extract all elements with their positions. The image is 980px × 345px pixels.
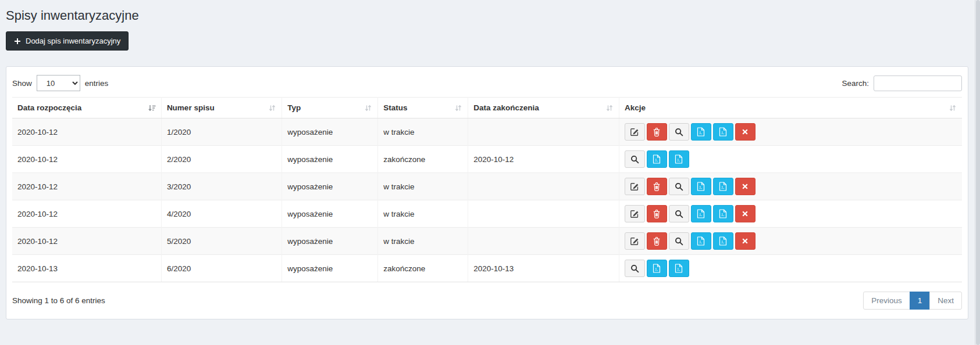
pdf-export-alt-button[interactable]: [713, 205, 733, 222]
pdf-export-alt-button[interactable]: [669, 150, 689, 168]
page-length-select[interactable]: 10: [37, 75, 80, 91]
delete-button[interactable]: [647, 232, 667, 250]
pdf-file-icon: [697, 209, 705, 218]
pdf-export-button[interactable]: [691, 232, 711, 250]
search-icon: [675, 237, 683, 246]
search-icon: [675, 128, 683, 136]
column-header-label: Numer spisu: [167, 103, 215, 112]
pdf-export-alt-button[interactable]: [713, 178, 733, 195]
page-length-control: Show 10 entries: [12, 75, 108, 91]
cancel-button[interactable]: [735, 205, 756, 222]
end-date-cell: 2020-10-13: [468, 255, 619, 282]
preview-button[interactable]: [669, 123, 689, 141]
cancel-button[interactable]: [735, 123, 756, 141]
entries-info: Showing 1 to 6 of 6 entries: [12, 296, 105, 305]
table-header: Data rozpoczęciaNumer spisuTypStatusData…: [12, 98, 962, 118]
type-cell: wyposażenie: [282, 118, 378, 146]
delete-button[interactable]: [647, 123, 667, 141]
pdf-export-button[interactable]: [691, 205, 711, 222]
pdf-file-icon: [719, 209, 727, 218]
cancel-button[interactable]: [735, 178, 756, 195]
times-icon: [742, 238, 749, 245]
type-cell: wyposażenie: [282, 228, 378, 255]
pagination-next-button[interactable]: Next: [929, 292, 962, 310]
trash-icon: [653, 127, 661, 137]
pdf-file-icon: [697, 236, 705, 246]
number-cell: 2/2020: [161, 146, 281, 173]
column-header-status[interactable]: Status: [378, 98, 468, 118]
preview-button[interactable]: [669, 205, 689, 222]
edit-button[interactable]: [625, 178, 645, 195]
pdf-export-alt-button[interactable]: [669, 260, 689, 277]
delete-button[interactable]: [647, 205, 667, 222]
actions-cell: [619, 200, 962, 228]
pdf-file-icon: [719, 127, 727, 136]
edit-button[interactable]: [625, 205, 645, 222]
cancel-button[interactable]: [735, 232, 756, 250]
delete-button[interactable]: [647, 178, 667, 195]
preview-button[interactable]: [625, 260, 645, 277]
search-icon: [675, 210, 683, 218]
pagination-page-1-button[interactable]: 1: [910, 292, 931, 310]
search-input[interactable]: [874, 76, 962, 91]
pdf-file-icon: [653, 264, 661, 273]
pdf-file-icon: [719, 182, 727, 191]
status-cell: zakończone: [378, 255, 468, 282]
plus-icon: [14, 38, 21, 45]
column-header-label: Typ: [287, 103, 301, 112]
page-container: Spisy inwentaryzacyjne Dodaj spis inwent…: [0, 0, 980, 319]
sort-both-icon: [268, 104, 276, 112]
pdf-file-icon: [675, 154, 683, 164]
preview-button[interactable]: [625, 150, 645, 168]
search-label: Search:: [842, 79, 869, 88]
end-date-cell: [468, 228, 619, 255]
page-scrollbar[interactable]: [975, 0, 980, 345]
pagination-previous-button[interactable]: Previous: [863, 292, 910, 310]
end-date-cell: [468, 173, 619, 200]
pdf-file-icon: [675, 264, 683, 273]
column-header-typ[interactable]: Typ: [282, 98, 378, 118]
start-date-cell: 2020-10-12: [12, 146, 161, 173]
pdf-export-button[interactable]: [647, 260, 667, 277]
pdf-export-button[interactable]: [691, 178, 711, 195]
pdf-export-alt-button[interactable]: [713, 232, 733, 250]
type-cell: wyposażenie: [282, 146, 378, 173]
column-header-data-rozpoczęcia[interactable]: Data rozpoczęcia: [12, 98, 161, 118]
status-cell: zakończone: [378, 146, 468, 173]
column-header-numer-spisu[interactable]: Numer spisu: [161, 98, 281, 118]
sort-both-icon: [454, 104, 462, 112]
table-row: 2020-10-125/2020wyposażeniew trakcie: [12, 228, 962, 255]
edit-icon: [630, 182, 639, 191]
scrollbar-thumb[interactable]: [976, 0, 980, 345]
times-icon: [742, 210, 749, 217]
sort-both-icon: [949, 104, 957, 112]
column-header-data-zakończenia[interactable]: Data zakończenia: [468, 98, 619, 118]
edit-button[interactable]: [625, 232, 645, 250]
table-footer: Showing 1 to 6 of 6 entries Previous 1 N…: [12, 282, 962, 312]
type-cell: wyposażenie: [282, 255, 378, 282]
type-cell: wyposażenie: [282, 173, 378, 200]
pdf-file-icon: [697, 182, 705, 191]
pdf-export-button[interactable]: [691, 123, 711, 141]
start-date-cell: 2020-10-12: [12, 118, 161, 146]
end-date-cell: [468, 118, 619, 146]
pdf-export-alt-button[interactable]: [713, 123, 733, 141]
entries-label: entries: [85, 79, 109, 88]
actions-cell: [619, 228, 962, 255]
sort-amount-asc-icon: [148, 104, 156, 112]
table-row: 2020-10-123/2020wyposażeniew trakcie: [12, 173, 962, 200]
number-cell: 1/2020: [161, 118, 281, 146]
start-date-cell: 2020-10-12: [12, 228, 161, 255]
preview-button[interactable]: [669, 178, 689, 195]
pdf-file-icon: [653, 154, 661, 164]
column-header-label: Status: [383, 103, 407, 112]
inventory-table: Data rozpoczęciaNumer spisuTypStatusData…: [12, 97, 962, 282]
add-inventory-button[interactable]: Dodaj spis inwentaryzacyjny: [6, 31, 129, 51]
column-header-akcje[interactable]: Akcje: [619, 98, 962, 118]
preview-button[interactable]: [669, 232, 689, 250]
times-icon: [742, 183, 749, 190]
edit-button[interactable]: [625, 123, 645, 141]
pdf-file-icon: [697, 127, 705, 136]
pdf-export-button[interactable]: [647, 150, 667, 168]
end-date-cell: [468, 200, 619, 228]
